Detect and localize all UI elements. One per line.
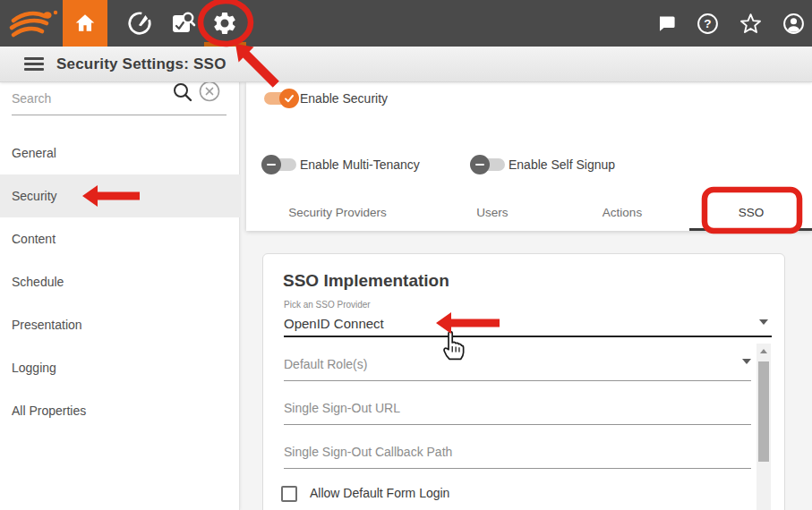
settings-sidebar: General Security Content Schedule Presen… (0, 82, 240, 510)
enable-security-label: Enable Security (300, 89, 388, 108)
top-navbar: ? (0, 0, 812, 47)
clear-search-button[interactable] (198, 80, 223, 105)
enable-self-signup-label: Enable Self Signup (509, 155, 615, 174)
enable-self-signup-toggle[interactable] (473, 155, 505, 174)
star-icon (739, 12, 763, 36)
gauge-icon (126, 10, 153, 37)
sidebar-item-content[interactable]: Content (0, 217, 240, 260)
field-underline (284, 468, 751, 469)
reports-button[interactable] (167, 0, 199, 47)
search-underline (12, 115, 227, 115)
sidebar-menu: General Security Content Schedule Presen… (0, 132, 240, 432)
card-scrollbar (756, 344, 771, 510)
search-icon (170, 80, 195, 105)
chat-icon (656, 13, 678, 34)
default-roles-select[interactable] (284, 356, 727, 372)
field-underline (284, 424, 751, 425)
chevron-down-icon[interactable] (742, 359, 751, 364)
signout-url-field-wrap (284, 395, 751, 427)
svg-text:?: ? (704, 17, 711, 30)
check-icon (279, 89, 299, 108)
sidebar-search (0, 82, 239, 115)
single-signout-url-input[interactable] (284, 400, 727, 416)
settings-active-indicator (204, 42, 246, 47)
account-icon (782, 13, 805, 35)
minus-icon (261, 155, 281, 174)
sidebar-item-logging[interactable]: Logging (0, 346, 240, 389)
sso-provider-select[interactable] (284, 313, 731, 333)
search-input[interactable] (12, 89, 164, 108)
dashboard-button[interactable] (124, 0, 156, 47)
allow-default-form-login-label: Allow Default Form Login (310, 486, 449, 500)
single-signout-callback-input[interactable] (284, 444, 727, 460)
gear-icon (211, 10, 238, 37)
favorites-button[interactable] (734, 0, 766, 47)
help-button[interactable]: ? (691, 0, 723, 47)
sidebar-item-security[interactable]: Security (0, 174, 240, 217)
sidebar-item-presentation[interactable]: Presentation (0, 303, 240, 346)
sso-provider-label: Pick an SSO Provider (284, 300, 371, 310)
enable-multi-tenancy-toggle[interactable] (264, 155, 296, 174)
home-icon (73, 12, 97, 35)
signout-callback-field-wrap (284, 438, 751, 471)
scroll-up-button[interactable] (756, 344, 771, 358)
page-header: Security Settings: SSO (0, 47, 812, 82)
default-roles-field-wrap (284, 351, 751, 383)
home-button[interactable] (63, 0, 107, 47)
allow-default-form-login-checkbox[interactable] (281, 486, 297, 502)
report-search-icon (168, 9, 197, 38)
sidebar-item-all-properties[interactable]: All Properties (0, 389, 240, 432)
sso-implementation-card: SSO Implementation Pick an SSO Provider … (262, 253, 785, 510)
help-icon: ? (697, 13, 719, 35)
field-underline (284, 380, 751, 381)
enable-security-toggle[interactable] (264, 89, 296, 108)
scrollbar-thumb[interactable] (758, 361, 769, 462)
active-tab-indicator (689, 228, 812, 231)
security-settings-panel: Enable Security Enable Multi-Tenancy Ena… (246, 82, 812, 231)
enable-multi-tenancy-label: Enable Multi-Tenancy (300, 155, 420, 174)
seeq-logo-icon (5, 4, 59, 44)
sidebar-item-general[interactable]: General (0, 132, 240, 174)
sso-provider-underline (284, 336, 772, 337)
sso-options-scroll-area: Allow Default Form Login (263, 344, 772, 510)
account-button[interactable] (777, 0, 809, 47)
card-title: SSO Implementation (283, 271, 449, 291)
chat-button[interactable] (651, 0, 683, 47)
minus-icon (470, 155, 490, 174)
tab-users[interactable]: Users (476, 199, 508, 227)
tab-actions[interactable]: Actions (603, 199, 642, 227)
tab-security-providers[interactable]: Security Providers (288, 199, 387, 227)
page-title: Security Settings: SSO (56, 55, 227, 73)
menu-toggle-button[interactable] (24, 57, 44, 71)
app-window: ? Security Settings: SSO (0, 0, 812, 510)
settings-button[interactable] (208, 0, 242, 47)
chevron-down-icon[interactable] (759, 319, 768, 325)
sidebar-item-schedule[interactable]: Schedule (0, 260, 240, 303)
tab-sso[interactable]: SSO (739, 199, 765, 227)
